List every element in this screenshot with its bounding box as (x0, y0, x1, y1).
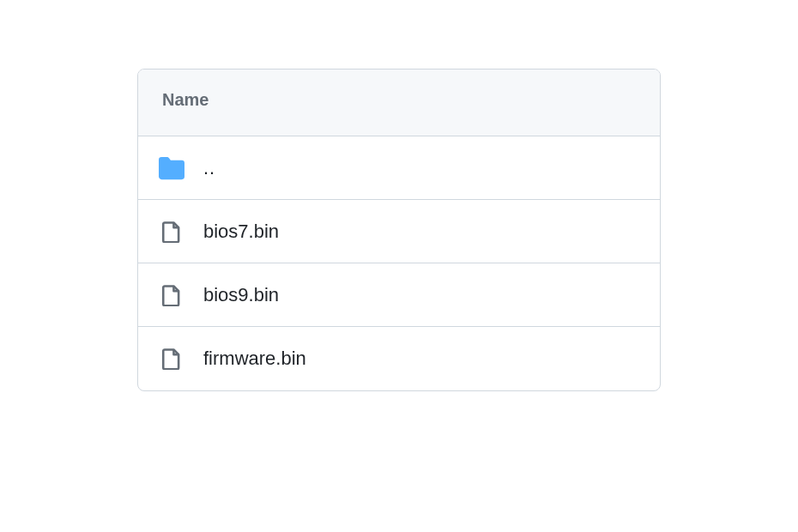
file-name-label: .. (203, 157, 215, 179)
file-name-label: bios9.bin (203, 284, 279, 306)
file-icon (159, 282, 184, 308)
file-row[interactable]: bios9.bin (138, 263, 660, 327)
file-row[interactable]: bios7.bin (138, 200, 660, 263)
file-row-parent-dir[interactable]: .. (138, 136, 660, 200)
folder-icon (159, 155, 184, 181)
file-icon (159, 219, 184, 245)
file-name-label: bios7.bin (203, 221, 279, 243)
file-icon (159, 346, 184, 372)
file-list-header: Name (138, 70, 660, 136)
file-row[interactable]: firmware.bin (138, 327, 660, 390)
column-header-name: Name (162, 90, 209, 109)
file-list: Name .. bios7.bin bios9.bin (137, 69, 661, 391)
file-name-label: firmware.bin (203, 348, 306, 370)
